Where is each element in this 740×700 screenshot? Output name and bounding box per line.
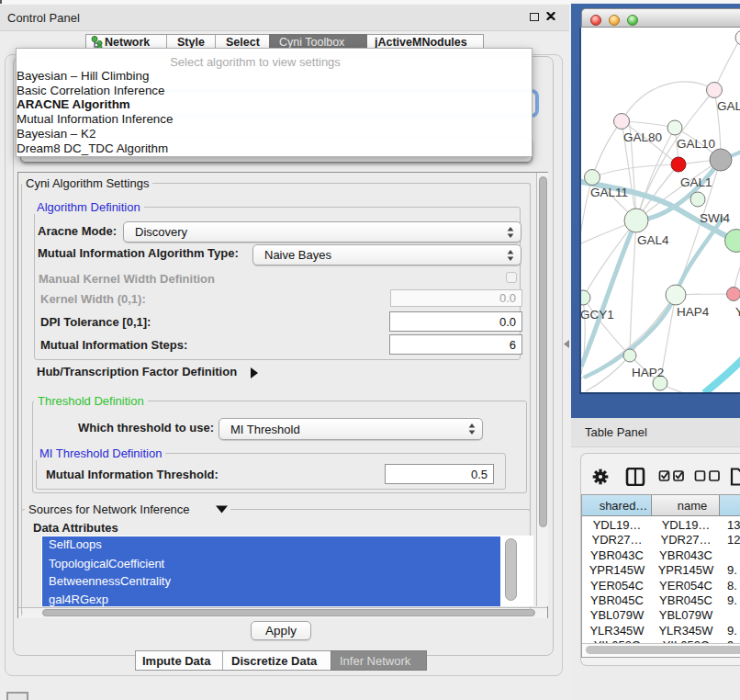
svg-text:GAL4: GAL4 xyxy=(637,233,669,247)
svg-text:SWI4: SWI4 xyxy=(700,211,730,225)
svg-text:GAL10: GAL10 xyxy=(677,137,715,151)
svg-text:HAP2: HAP2 xyxy=(632,366,664,379)
svg-text:GAL80: GAL80 xyxy=(623,130,662,144)
svg-text:HAP4: HAP4 xyxy=(677,305,710,319)
svg-text:GAL1: GAL1 xyxy=(680,175,712,189)
svg-text:GAL2: GAL2 xyxy=(717,99,740,113)
svg-text:GAL11: GAL11 xyxy=(590,186,628,199)
svg-text:Y: Y xyxy=(735,305,740,319)
svg-text:GCY1: GCY1 xyxy=(581,308,614,322)
